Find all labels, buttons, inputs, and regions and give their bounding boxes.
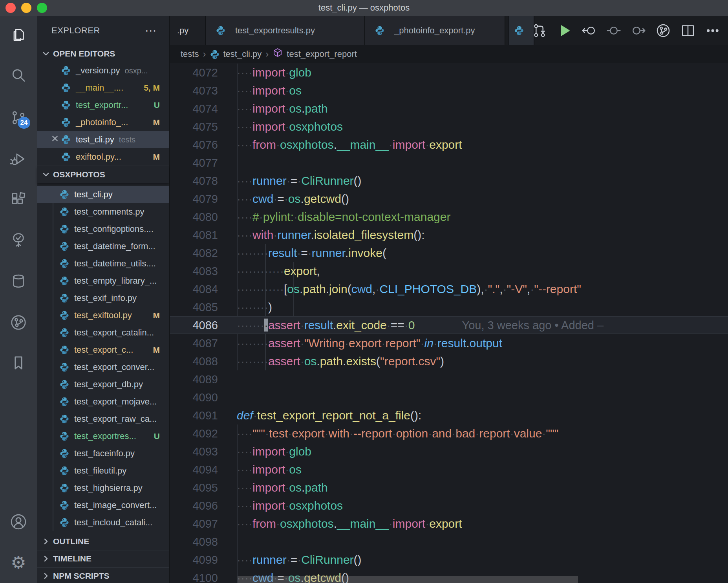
open-editor-item[interactable]: _version.pyosxp...: [37, 62, 169, 79]
file-tree-item[interactable]: test_cli.py: [37, 186, 169, 203]
breadcrumb-file[interactable]: test_cli.py: [223, 49, 262, 59]
file-tree-item[interactable]: test_export_raw_ca...: [37, 410, 169, 428]
breadcrumb-symbol[interactable]: test_export_report: [287, 49, 357, 59]
code-line-4088[interactable]: 4088········assert·os.path.exists("repor…: [170, 352, 728, 370]
editor-tab[interactable]: _photoinfo_export.py: [365, 16, 505, 45]
run-icon[interactable]: [552, 22, 576, 39]
git-status-badge: 5, M: [144, 83, 160, 93]
open-editor-item[interactable]: exiftool.py...M: [37, 148, 169, 166]
file-tree-item[interactable]: test_exportres...U: [37, 428, 169, 445]
code-line-4079[interactable]: 4079····cwd·=·os.getcwd(): [170, 190, 728, 208]
debug-continue-icon[interactable]: [626, 22, 651, 39]
minimize-window-button[interactable]: [21, 3, 31, 13]
file-tree-item[interactable]: test_empty_library_...: [37, 272, 169, 290]
file-tree-item[interactable]: test_exif_info.py: [37, 290, 169, 307]
code-line-4097[interactable]: 4097····from·osxphotos.__main__·import·e…: [170, 515, 728, 533]
tab-label: _photoinfo_export.py: [394, 26, 475, 36]
editor-tab[interactable]: test_exportresults.py: [206, 16, 365, 45]
code-line-4081[interactable]: 4081····with·runner.isolated_filesystem(…: [170, 226, 728, 244]
open-editor-item[interactable]: _photoinfo_...M: [37, 114, 169, 131]
open-editor-item[interactable]: test_cli.pytests: [37, 131, 169, 148]
code-line-4087[interactable]: 4087········assert·"Writing·export·repor…: [170, 334, 728, 352]
code-line-4091[interactable]: 4091def·test_export_report_not_a_file():: [170, 406, 728, 424]
code-line-4095[interactable]: 4095····import·os.path: [170, 479, 728, 497]
file-label: test_datetime_form...: [74, 241, 155, 251]
split-editor-icon[interactable]: [675, 22, 700, 39]
file-tree-item[interactable]: test_configoptions....: [37, 220, 169, 238]
tab-label: .py: [177, 26, 188, 36]
code-line-4084[interactable]: 4084············[os.path.join(cwd,·CLI_P…: [170, 280, 728, 298]
git-pull-request-icon[interactable]: [527, 22, 552, 39]
file-tree-item[interactable]: test_highsierra.py: [37, 479, 169, 497]
settings-gear-icon[interactable]: ⚙: [10, 554, 27, 571]
code-line-4083[interactable]: 4083············export,: [170, 262, 728, 280]
file-tree-item[interactable]: test_comments.py: [37, 203, 169, 220]
file-tree-item[interactable]: test_datetime_form...: [37, 238, 169, 255]
open-editor-item[interactable]: __main__....5, M: [37, 79, 169, 97]
file-tree-item[interactable]: test_faceinfo.py: [37, 445, 169, 462]
file-tree-item[interactable]: test_export_conver...: [37, 359, 169, 376]
code-line-4078[interactable]: 4078····runner·=·CliRunner(): [170, 172, 728, 190]
code-line-4082[interactable]: 4082········result·=·runner.invoke(: [170, 244, 728, 262]
line-number: 4077: [170, 157, 218, 169]
code-line-4074[interactable]: 4074····import·os.path: [170, 100, 728, 118]
debug-step-back-icon[interactable]: [576, 22, 601, 39]
sidebar-header: EXPLORER ⋯: [37, 16, 169, 45]
file-tree-item[interactable]: test_exiftool.pyM: [37, 307, 169, 324]
code-line-4073[interactable]: 4073····import·os: [170, 82, 728, 100]
run-debug-icon[interactable]: [10, 150, 27, 168]
file-tree-item[interactable]: test_export_db.py: [37, 376, 169, 393]
file-tree-item[interactable]: test_export_c...M: [37, 341, 169, 359]
code-line-4075[interactable]: 4075····import·osxphotos: [170, 118, 728, 136]
code-line-4077[interactable]: 4077: [170, 154, 728, 172]
section-outline[interactable]: OUTLINE: [37, 533, 169, 550]
code-line-4090[interactable]: 4090: [170, 388, 728, 406]
code-line-4093[interactable]: 4093····import·glob: [170, 443, 728, 461]
maximize-window-button[interactable]: [37, 3, 47, 13]
git-graph-icon[interactable]: [10, 314, 27, 331]
code-line-4080[interactable]: 4080····#·pylint:·disable=not-context-ma…: [170, 208, 728, 226]
editor-tab[interactable]: .py: [170, 16, 206, 45]
source-control-icon[interactable]: 24: [10, 109, 27, 126]
python-icon: [59, 293, 70, 303]
code-line-4099[interactable]: 4099····runner·=·CliRunner(): [170, 551, 728, 569]
line-number: 4075: [170, 120, 218, 133]
code-line-4076[interactable]: 4076····from·osxphotos.__main__·import·e…: [170, 136, 728, 154]
database-icon[interactable]: [10, 273, 27, 290]
section-open-editors[interactable]: OPEN EDITORS: [37, 45, 169, 62]
code-line-4098[interactable]: 4098: [170, 533, 728, 551]
extensions-icon[interactable]: [10, 191, 27, 209]
code-line-4094[interactable]: 4094····import·os: [170, 461, 728, 479]
file-tree-item[interactable]: test_image_convert...: [37, 497, 169, 514]
account-icon[interactable]: [10, 513, 27, 530]
code-line-4089[interactable]: 4089: [170, 370, 728, 388]
search-icon[interactable]: [10, 67, 27, 84]
file-tree-item[interactable]: test_export_catalin...: [37, 324, 169, 341]
code-line-4085[interactable]: 4085········): [170, 298, 728, 316]
test-tree-icon[interactable]: [10, 231, 27, 249]
more-actions-icon[interactable]: [700, 22, 725, 39]
files-icon[interactable]: [10, 26, 27, 44]
file-tree-item[interactable]: test_fileutil.py: [37, 462, 169, 479]
section-npm-scripts[interactable]: NPM SCRIPTS: [37, 567, 169, 583]
debug-pause-circle-icon[interactable]: [601, 22, 626, 39]
code-editor[interactable]: 4072····import·glob4073····import·os4074…: [170, 63, 728, 583]
file-tree-item[interactable]: test_incloud_catali...: [37, 514, 169, 531]
git-graph-circle-icon[interactable]: [651, 22, 675, 39]
close-icon[interactable]: [51, 134, 61, 145]
more-actions-icon[interactable]: ⋯: [145, 27, 157, 35]
file-tree-item[interactable]: test_export_mojave...: [37, 393, 169, 410]
open-editor-item[interactable]: test_exportr...U: [37, 97, 169, 114]
bookmarks-icon[interactable]: [10, 354, 27, 372]
close-window-button[interactable]: [5, 3, 16, 13]
horizontal-scrollbar[interactable]: [238, 576, 578, 583]
line-number: 4083: [170, 265, 218, 278]
section-osxphotos[interactable]: OSXPHOTOS: [37, 166, 169, 183]
breadcrumb-folder[interactable]: tests: [181, 49, 199, 59]
section-timeline[interactable]: TIMELINE: [37, 550, 169, 567]
code-line-4092[interactable]: 4092····"""·test·export·with·--report·op…: [170, 424, 728, 443]
code-line-4072[interactable]: 4072····import·glob: [170, 64, 728, 82]
code-line-4086[interactable]: 4086········assert·result.exit_code·==·0…: [170, 316, 728, 334]
file-tree-item[interactable]: test_datetime_utils....: [37, 255, 169, 272]
code-line-4096[interactable]: 4096····import·osxphotos: [170, 497, 728, 515]
